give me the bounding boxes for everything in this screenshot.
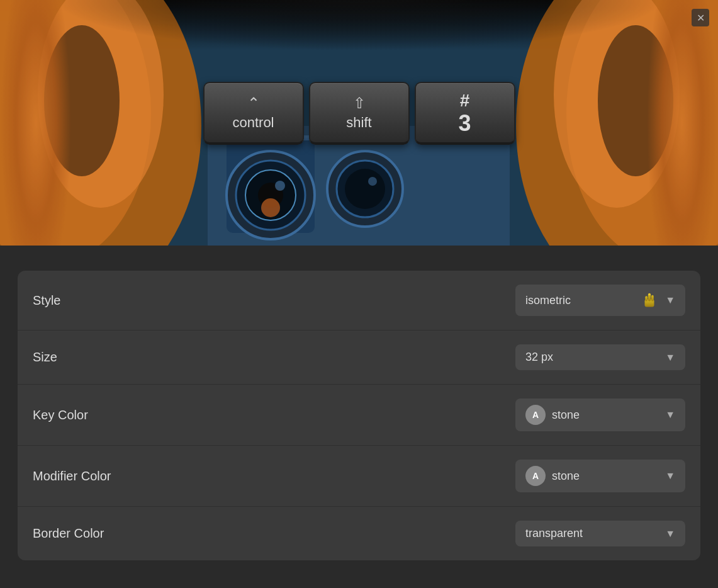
border-color-control[interactable]: transparent ▼ — [515, 521, 685, 546]
svg-point-27 — [648, 293, 651, 295]
svg-point-14 — [245, 170, 296, 220]
key-color-badge: A — [525, 405, 546, 425]
border-color-label: Border Color — [33, 526, 104, 541]
svg-point-21 — [261, 198, 280, 217]
svg-rect-26 — [645, 296, 648, 301]
key-color-control[interactable]: A stone ▼ — [515, 399, 685, 431]
svg-point-7 — [554, 0, 680, 208]
style-setting-row: Style isometric — [18, 271, 700, 331]
svg-point-18 — [337, 161, 393, 217]
svg-point-9 — [598, 25, 673, 176]
svg-point-8 — [44, 25, 120, 176]
svg-rect-11 — [227, 139, 315, 233]
number-3: 3 — [458, 112, 471, 135]
style-value: isometric — [525, 294, 634, 307]
modifier-color-badge: A — [525, 466, 546, 486]
shift-key: ⇧ shift — [309, 82, 410, 145]
key-color-label: Key Color — [33, 408, 88, 422]
control-key: ⌃ control — [203, 82, 304, 145]
svg-rect-25 — [651, 295, 654, 302]
modifier-color-control[interactable]: A stone ▼ — [515, 460, 685, 492]
control-key-label: control — [232, 115, 274, 131]
style-chevron-icon: ▼ — [665, 295, 675, 306]
key-color-value: stone — [552, 409, 659, 422]
svg-point-12 — [227, 151, 315, 239]
hand-cursor-icon — [640, 291, 659, 310]
modifier-color-label: Modifier Color — [33, 469, 111, 483]
modifier-color-badge-text: A — [532, 471, 539, 481]
svg-point-13 — [236, 161, 305, 230]
svg-point-2 — [0, 0, 201, 246]
size-setting-row: Size 32 px ▼ — [18, 331, 700, 385]
svg-point-3 — [0, 0, 151, 246]
size-chevron-icon: ▼ — [665, 352, 675, 363]
key-color-chevron-icon: ▼ — [665, 409, 675, 421]
svg-rect-1 — [0, 0, 718, 50]
keys-container: ⌃ control ⇧ shift # 3 — [203, 82, 515, 145]
close-icon: ✕ — [697, 12, 705, 24]
control-key-icon: ⌃ — [247, 94, 260, 112]
border-color-setting-row: Border Color transparent ▼ — [18, 507, 700, 560]
border-color-chevron-icon: ▼ — [665, 528, 675, 540]
size-value: 32 px — [525, 351, 659, 364]
settings-panel: Style isometric — [18, 271, 700, 560]
shift-key-icon: ⇧ — [353, 94, 366, 112]
key-color-badge-text: A — [532, 410, 539, 420]
svg-point-19 — [345, 169, 385, 209]
svg-point-6 — [566, 0, 718, 246]
close-button[interactable]: ✕ — [692, 9, 709, 26]
svg-point-4 — [38, 0, 164, 208]
modifier-color-value: stone — [552, 470, 659, 483]
hash3-key-content: # 3 — [458, 91, 471, 135]
svg-point-20 — [368, 177, 377, 186]
svg-point-16 — [275, 181, 285, 191]
key-color-setting-row: Key Color A stone ▼ — [18, 385, 700, 446]
style-control[interactable]: isometric ▼ — [515, 285, 685, 316]
hash-symbol: # — [460, 91, 470, 111]
modifier-color-chevron-icon: ▼ — [665, 470, 675, 482]
border-color-value: transparent — [525, 527, 659, 540]
style-label: Style — [33, 293, 60, 308]
hash3-key: # 3 — [415, 82, 515, 145]
modifier-color-setting-row: Modifier Color A stone ▼ — [18, 446, 700, 507]
size-label: Size — [33, 350, 57, 365]
shift-key-label: shift — [346, 115, 371, 131]
svg-point-5 — [516, 0, 718, 246]
svg-point-15 — [258, 183, 283, 208]
size-control[interactable]: 32 px ▼ — [515, 344, 685, 370]
svg-point-17 — [327, 151, 403, 227]
